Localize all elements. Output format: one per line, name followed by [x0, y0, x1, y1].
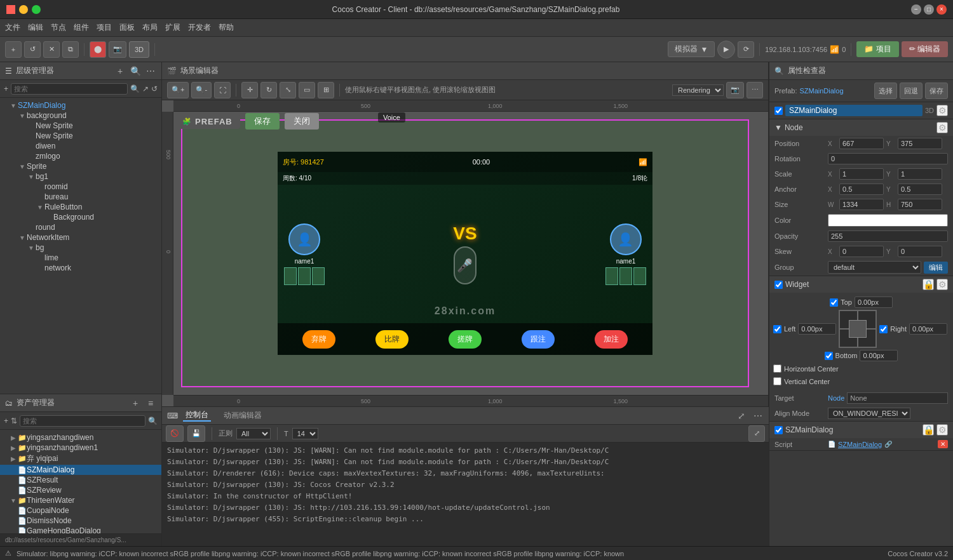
skew-y-input[interactable] — [898, 246, 942, 257]
hierarchy-add-icon[interactable]: + — [114, 65, 126, 77]
asset-item-yingsanzhangdiwen1[interactable]: ▶ 📁 yingsanzhangdiwen1 — [0, 443, 161, 453]
editor-button[interactable]: ✏ 编辑器 — [902, 41, 948, 57]
scene-close-btn[interactable]: 关闭 — [285, 113, 319, 130]
asset-item-yiqipai[interactable]: ▶ 📁 弃 yiqipai — [0, 453, 161, 465]
tree-item-SZMainDialog[interactable]: ▼ SZMainDialog — [0, 100, 161, 110]
asset-item-ThirteenWater[interactable]: ▼ 📁 ThirteenWater — [0, 495, 161, 505]
rendering-select[interactable]: Rendering — [672, 84, 724, 96]
console-maximize-btn[interactable]: ⤢ — [748, 425, 765, 442]
tree-item-NewSprite1[interactable]: New Sprite — [0, 121, 161, 131]
szmain-section-header[interactable]: SZMainDialog 🔒 ⚙ — [769, 422, 953, 438]
prop-revert-btn[interactable]: 回退 — [900, 83, 923, 99]
node-section-settings[interactable]: ⚙ — [936, 122, 948, 133]
step-button[interactable]: ⟳ — [738, 41, 754, 58]
console-more-icon[interactable]: ⋯ — [752, 410, 764, 422]
hierarchy-more-icon[interactable]: ⋯ — [145, 65, 156, 77]
target-input[interactable] — [847, 392, 948, 404]
capture-button[interactable]: 📷 — [109, 41, 126, 58]
osx-max-dot[interactable] — [32, 5, 41, 14]
tree-item-round[interactable]: round — [0, 222, 161, 232]
asset-item-CuopaiNode[interactable]: 📄 CuopaiNode — [0, 505, 161, 516]
widget-top-input[interactable] — [855, 297, 893, 308]
console-filter-select[interactable]: All Info Warn Error — [236, 428, 271, 439]
menu-help[interactable]: 帮助 — [219, 22, 234, 33]
hierarchy-expand-icon[interactable]: ↗ — [142, 84, 149, 93]
close-button[interactable]: × — [936, 4, 947, 15]
rotate-tool[interactable]: ↻ — [260, 82, 277, 98]
asset-search-input[interactable] — [20, 415, 145, 427]
group-select[interactable]: default — [828, 261, 921, 274]
hierarchy-add-icon2[interactable]: + — [4, 84, 8, 93]
simulator-button[interactable]: 模拟器 ▼ — [668, 41, 715, 57]
widget-bottom-input[interactable] — [860, 350, 898, 361]
console-expand-icon[interactable]: ⤢ — [736, 410, 747, 422]
scale-y-input[interactable] — [898, 168, 942, 180]
node-section-header[interactable]: ▼ Node ⚙ — [769, 119, 953, 136]
maximize-button[interactable]: □ — [924, 4, 934, 15]
tree-item-roomid[interactable]: roomid — [0, 182, 161, 192]
widget-left-checkbox[interactable] — [773, 325, 781, 333]
widget-hcenter-checkbox[interactable] — [773, 364, 781, 373]
tree-item-network[interactable]: network — [0, 263, 161, 273]
scene-save-btn[interactable]: 保存 — [245, 113, 280, 130]
align-mode-select[interactable]: ON_WINDOW_RESIZE ALWAYS ONCE — [828, 408, 910, 419]
menu-component[interactable]: 组件 — [74, 22, 89, 33]
menu-node[interactable]: 节点 — [51, 22, 66, 33]
anchor-y-input[interactable] — [898, 183, 942, 195]
tree-item-RuleButton[interactable]: ▼ RuleButton — [0, 202, 161, 212]
size-w-input[interactable] — [839, 199, 884, 210]
menu-extend[interactable]: 扩展 — [165, 22, 180, 33]
prop-settings-btn[interactable]: ⚙ — [936, 105, 948, 116]
widget-enabled-checkbox[interactable] — [774, 281, 783, 289]
tree-item-Background[interactable]: Background — [0, 212, 161, 222]
tree-item-background[interactable]: ▼ background — [0, 110, 161, 121]
play-button[interactable]: ▶ — [717, 41, 735, 58]
menu-panel[interactable]: 面板 — [119, 22, 135, 33]
asset-item-DismissNode[interactable]: 📄 DismissNode — [0, 516, 161, 526]
szmain-settings-btn[interactable]: ⚙ — [936, 424, 948, 436]
rect-tool[interactable]: ▭ — [299, 82, 315, 98]
tree-item-bureau[interactable]: bureau — [0, 192, 161, 202]
rotation-input[interactable] — [828, 153, 948, 164]
widget-lock-btn[interactable]: 🔒 — [923, 279, 934, 290]
scene-more-btn[interactable]: ⋯ — [747, 82, 763, 98]
tree-item-diwen[interactable]: diwen — [0, 141, 161, 151]
osx-close-dot[interactable] — [6, 5, 15, 14]
record-button[interactable]: ⬤ — [90, 41, 106, 58]
compare-btn[interactable]: 比牌 — [375, 330, 409, 349]
osx-min-dot[interactable] — [19, 5, 28, 14]
pos-y-input[interactable] — [898, 138, 942, 149]
prop-select-btn[interactable]: 选择 — [874, 83, 897, 99]
size-h-input[interactable] — [898, 199, 942, 210]
asset-item-GameHongBaoDialog[interactable]: 📄 GameHongBaoDialog — [0, 526, 161, 533]
discard-btn[interactable]: 弃牌 — [302, 330, 335, 349]
follow-btn[interactable]: 跟注 — [522, 330, 555, 349]
transform-tool[interactable]: ⊞ — [318, 82, 334, 98]
scale-tool[interactable]: ⤡ — [280, 82, 296, 98]
refresh-button[interactable]: ↺ — [24, 41, 41, 58]
tree-item-NewSprite2[interactable]: New Sprite — [0, 131, 161, 141]
widget-top-checkbox[interactable] — [830, 298, 838, 307]
script-delete-btn[interactable]: ✕ — [938, 440, 948, 448]
group-edit-btn[interactable]: 编辑 — [924, 262, 948, 274]
3d-toggle[interactable]: 3D — [129, 41, 149, 58]
pos-x-input[interactable] — [839, 138, 884, 149]
szmain-lock-btn[interactable]: 🔒 — [923, 424, 934, 436]
anchor-x-input[interactable] — [839, 183, 884, 195]
console-save-btn[interactable]: 💾 — [187, 425, 205, 442]
raise-btn[interactable]: 加注 — [595, 330, 628, 349]
menu-dev[interactable]: 开发者 — [188, 22, 211, 33]
widget-vcenter-checkbox[interactable] — [773, 377, 781, 385]
node-name-input[interactable] — [785, 105, 923, 116]
console-clear-btn[interactable]: 🚫 — [166, 425, 184, 442]
node-enabled-checkbox[interactable] — [774, 107, 783, 115]
hierarchy-search-btn[interactable]: 🔍 — [130, 84, 140, 93]
delete-button[interactable]: ✕ — [43, 41, 60, 58]
asset-search-icon[interactable]: 🔍 — [148, 417, 158, 425]
szmain-enabled-checkbox[interactable] — [774, 426, 783, 434]
console-tab[interactable]: 控制台 — [183, 410, 211, 422]
asset-sort-icon[interactable]: ⇅ — [11, 417, 17, 425]
color-picker[interactable] — [828, 214, 948, 227]
menu-file[interactable]: 文件 — [5, 22, 20, 33]
hierarchy-search-icon[interactable]: 🔍 — [130, 65, 141, 77]
